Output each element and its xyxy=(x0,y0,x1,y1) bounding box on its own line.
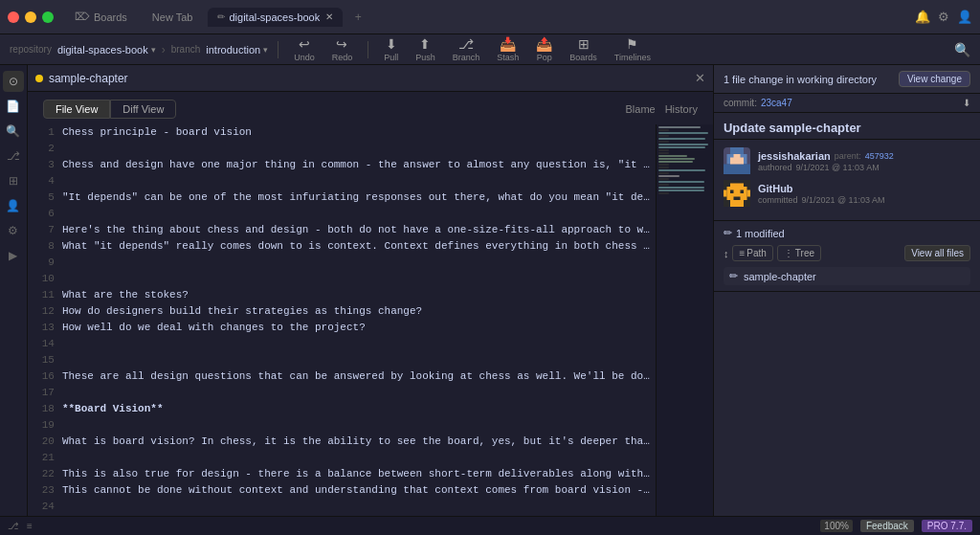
editor-header-row: File View Diff View Blame History xyxy=(28,96,713,123)
timelines-button[interactable]: ⚑ Timelines xyxy=(609,34,657,64)
stash-button[interactable]: 📥 Stash xyxy=(491,34,524,64)
sidebar-files-icon[interactable]: 📄 xyxy=(3,96,24,117)
committed-date: 9/1/2021 @ 11:03 AM xyxy=(801,195,884,205)
file-tab-name: sample-chapter xyxy=(49,72,128,85)
author-section: jessishakarian parent: 457932 authored 9… xyxy=(714,140,980,221)
titlebar-right: 🔔 ⚙ 👤 xyxy=(915,10,972,24)
sidebar-home-icon[interactable]: ⊙ xyxy=(3,71,24,92)
status-lines-icon[interactable]: ≡ xyxy=(27,521,33,531)
boards-button[interactable]: ⊞ Boards xyxy=(564,34,603,64)
stash-icon: 📥 xyxy=(500,36,516,52)
pop-button[interactable]: 📤 Pop xyxy=(530,34,558,64)
file-view-tab[interactable]: File View xyxy=(43,100,110,119)
code-lines[interactable]: Chess principle - board vision Chess and… xyxy=(62,124,656,535)
editor-content[interactable]: 12345 678910 1112131415 1617181920 21222… xyxy=(28,124,713,535)
code-line-15 xyxy=(62,352,656,368)
tree-view-button[interactable]: ⋮ Tree xyxy=(777,245,821,261)
repository-label: repository xyxy=(10,44,52,55)
author-name-1: jessishakarian xyxy=(758,150,831,162)
redo-icon: ↪ xyxy=(336,36,347,52)
branch-label: branch xyxy=(171,44,201,55)
toolbar: repository digital-spaces-book ▾ › branc… xyxy=(0,34,980,65)
user-icon[interactable]: 👤 xyxy=(957,10,972,24)
path-view-button[interactable]: ≡ Path xyxy=(732,245,772,261)
boards-label: Boards xyxy=(569,53,597,62)
svg-rect-9 xyxy=(746,190,750,197)
redo-label: Redo xyxy=(332,53,353,62)
commit-hash: 23ca47 xyxy=(761,98,792,108)
redo-button[interactable]: ↪ Redo xyxy=(326,34,359,64)
tab-main[interactable]: ✏ digital-spaces-book ✕ xyxy=(208,8,343,27)
arrow-icon: › xyxy=(162,43,166,56)
main-layout: ⊙ 📄 🔍 ⎇ ⊞ 👤 ⚙ ▶ sample-chapter ✕ File Vi… xyxy=(0,65,980,535)
download-icon[interactable]: ⬇ xyxy=(963,98,970,108)
file-close-button[interactable]: ✕ xyxy=(695,71,705,85)
code-line-11: What are the stokes? xyxy=(62,287,656,303)
tab-close-icon[interactable]: ✕ xyxy=(325,11,333,22)
file-controls: ↕ ≡ Path ⋮ Tree View all files xyxy=(724,245,970,261)
search-button[interactable]: 🔍 xyxy=(954,42,970,57)
tree-icon: ⋮ xyxy=(784,248,793,258)
code-line-7: Here's the thing about chess and design … xyxy=(62,222,656,238)
code-line-18: **Board Vision** xyxy=(62,401,656,417)
undo-button[interactable]: ↩ Undo xyxy=(288,34,321,64)
code-line-6 xyxy=(62,206,656,222)
notification-icon[interactable]: 🔔 xyxy=(915,10,930,24)
diff-view-tab[interactable]: Diff View xyxy=(110,100,176,119)
code-area[interactable]: 12345 678910 1112131415 1617181920 21222… xyxy=(28,124,713,535)
commit-title: Update sample-chapter xyxy=(714,113,980,140)
branch-value-group[interactable]: introduction ▾ xyxy=(206,44,268,56)
svg-rect-2 xyxy=(724,165,750,175)
settings-icon[interactable]: ⚙ xyxy=(938,10,949,24)
sidebar-extensions-icon[interactable]: ⊞ xyxy=(3,170,24,191)
author-row-1: jessishakarian parent: 457932 authored 9… xyxy=(724,147,970,174)
left-sidebar: ⊙ 📄 🔍 ⎇ ⊞ 👤 ⚙ ▶ xyxy=(0,65,28,535)
svg-rect-4 xyxy=(730,158,744,165)
code-line-13: How well do we deal with changes to the … xyxy=(62,320,656,336)
status-git-icon[interactable]: ⎇ xyxy=(8,521,19,531)
minimap-lines xyxy=(657,124,713,196)
tab-boards[interactable]: ⌦ Boards xyxy=(65,7,137,27)
line-numbers: 12345 678910 1112131415 1617181920 21222… xyxy=(28,124,62,535)
file-modified-dot xyxy=(35,75,43,82)
modified-count: 1 modified xyxy=(736,228,785,239)
titlebar: ⌦ Boards New Tab ✏ digital-spaces-book ✕… xyxy=(0,0,980,34)
zoom-badge[interactable]: 100% xyxy=(820,520,853,532)
modified-file-item[interactable]: ✏ sample-chapter xyxy=(724,267,970,285)
sidebar-play-icon[interactable]: ▶ xyxy=(3,245,24,266)
tab-add-button[interactable]: + xyxy=(348,8,368,27)
maximize-button[interactable] xyxy=(42,11,54,23)
undo-label: Undo xyxy=(294,53,315,62)
pop-icon: 📤 xyxy=(536,36,552,52)
timelines-label: Timelines xyxy=(614,53,651,62)
svg-rect-11 xyxy=(740,190,744,194)
boards-toolbar-icon: ⊞ xyxy=(578,36,590,52)
feedback-badge[interactable]: Feedback xyxy=(860,520,914,532)
code-line-16: These are all design questions that can … xyxy=(62,368,656,385)
push-icon: ⬆ xyxy=(419,36,431,52)
pull-button[interactable]: ⬇ Pull xyxy=(378,34,404,64)
code-line-2 xyxy=(62,141,656,157)
code-line-3: Chess and design have one major thing in… xyxy=(62,157,656,173)
lines-icon: ≡ xyxy=(27,521,33,531)
path-icon: ≡ xyxy=(739,248,745,258)
branch-button[interactable]: ⎇ Branch xyxy=(447,34,486,64)
author-info-2: GitHub committed 9/1/2021 @ 11:03 AM xyxy=(758,183,885,205)
sidebar-search-sidebar-icon[interactable]: 🔍 xyxy=(3,121,24,142)
sidebar-git-icon[interactable]: ⎇ xyxy=(3,145,24,167)
sidebar-settings-icon[interactable]: ⚙ xyxy=(3,220,24,241)
repository-value-group[interactable]: digital-spaces-book ▾ xyxy=(57,44,156,56)
view-change-button[interactable]: View change xyxy=(899,71,970,87)
tab-new[interactable]: New Tab xyxy=(143,8,203,27)
close-button[interactable] xyxy=(8,11,19,23)
blame-action[interactable]: Blame xyxy=(625,103,655,115)
sidebar-user-sidebar-icon[interactable]: 👤 xyxy=(3,195,24,216)
boards-icon: ⌦ xyxy=(75,11,90,23)
push-button[interactable]: ⬆ Push xyxy=(410,34,441,64)
window-controls xyxy=(8,11,54,23)
avatar-github xyxy=(724,180,750,207)
view-all-files-button[interactable]: View all files xyxy=(904,245,970,261)
svg-rect-8 xyxy=(724,190,727,197)
history-action[interactable]: History xyxy=(665,103,698,115)
minimize-button[interactable] xyxy=(25,11,36,23)
